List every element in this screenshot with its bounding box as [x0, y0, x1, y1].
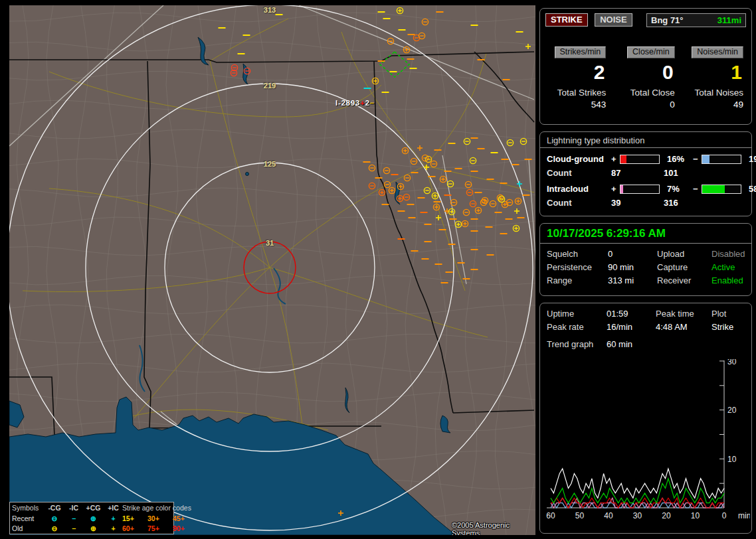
ring-label-313: 313 [264, 6, 276, 14]
x-tick-40: 40 [604, 511, 613, 520]
trend-series-lines [551, 469, 724, 508]
ring-label-31: 31 [266, 239, 274, 247]
cg-plus-pct: 16% [664, 154, 693, 164]
total-close-label: Total Close [616, 88, 674, 98]
trend-window-value: 60 min [607, 339, 751, 349]
trac-dash: − [370, 99, 375, 107]
ic-plus-bar [620, 185, 660, 194]
receiver-status: Enabled [711, 275, 751, 285]
cg-minus-bar [702, 155, 741, 164]
strike-button[interactable]: STRIKE [545, 13, 588, 27]
uptime-value: 01:59 [607, 309, 656, 319]
ring-label-125: 125 [264, 160, 276, 168]
bearing-label: Bng 71° [651, 15, 684, 25]
bearing-display: Bng 71° 311mi [646, 13, 746, 27]
close-per-min-value: 0 [616, 61, 673, 84]
strikes-per-min-value: 2 [548, 61, 605, 84]
map-canvas[interactable]: 313 219 125 31 I-2893+2− Symbols -CG -IC… [9, 5, 535, 535]
cg-minus-pct: 19% [745, 154, 756, 164]
close-per-min-button[interactable]: Close/min [627, 46, 675, 58]
x-tick-10: 10 [691, 511, 700, 520]
cg-minus-count: 101 [664, 168, 745, 178]
bearing-range: 311mi [717, 15, 741, 25]
x-tick-50: 50 [575, 511, 585, 520]
squelch-label: Squelch [547, 249, 608, 259]
cloud-ground-row: Cloud-ground + 16% − 19% [540, 154, 751, 164]
legend-old-label: Old [12, 524, 44, 532]
counters-panel: STRIKE NOISE Bng 71° 311mi Strikes/min 2… [539, 8, 752, 125]
upload-label: Upload [657, 249, 711, 259]
plot-label: Plot [711, 309, 751, 319]
squelch-value: 0 [608, 249, 657, 259]
cg-plus-bar [620, 155, 660, 164]
persistence-label: Persistence [547, 262, 608, 272]
ic-plus-pct: 7% [664, 184, 693, 194]
cg-plus-count: 87 [611, 168, 664, 178]
trac-id: I-2893 [335, 99, 360, 107]
distribution-title: Lightning type distribution [540, 132, 751, 148]
age-45: 45+ [173, 514, 197, 522]
cloud-ground-label: Cloud-ground [547, 154, 611, 164]
receiver-label: Receiver [657, 275, 711, 285]
noises-per-min-button[interactable]: Noises/min [692, 46, 743, 58]
total-strikes-value: 543 [548, 100, 606, 110]
distribution-panel: Lightning type distribution Cloud-ground… [539, 131, 752, 216]
noises-column: Noises/min 1 Total Noises 49 [686, 45, 743, 110]
intracloud-count-row: Count 39 316 [540, 198, 751, 208]
legend-col-neg-cg: -CG [44, 504, 65, 512]
old-pos-cg-icon: ⊕ [82, 524, 104, 532]
intracloud-row: Intracloud + 7% − 58% [540, 184, 751, 194]
age-30: 30+ [147, 514, 173, 522]
legend-col-pos-cg: +CG [82, 504, 104, 512]
map-legend: Symbols -CG -IC +CG +IC Strike age color… [9, 502, 174, 534]
stats-panel: Uptime 01:59 Peak time Plot Peak rate 16… [539, 303, 752, 534]
status-panel: 10/17/2025 6:29:16 AM Squelch 0 Upload D… [539, 223, 752, 296]
age-15: 15+ [122, 514, 147, 522]
trac-cell-label: I-2893+2− [335, 99, 375, 107]
x-tick-60: 60 [546, 511, 555, 520]
range-label: Range [547, 275, 608, 285]
plus-sign: + [611, 184, 620, 194]
total-noises-value: 49 [686, 100, 743, 110]
trend-graph-label: Trend graph [547, 339, 607, 349]
range-value: 313 mi [608, 275, 657, 285]
strikes-column: Strikes/min 2 Total Strikes 543 [548, 45, 606, 110]
capture-status: Active [711, 262, 751, 272]
trac-trend-sign: + [360, 99, 365, 107]
legend-recent-label: Recent [12, 514, 44, 522]
y-ticks [719, 361, 724, 483]
peak-rate-value: 16/min [607, 322, 656, 332]
count-label: Count [547, 198, 611, 208]
count-label: Count [547, 168, 611, 178]
peak-time-value: 4:48 AM [656, 322, 711, 332]
cloud-ground-count-row: Count 87 101 [540, 168, 751, 178]
minus-sign: − [693, 154, 702, 164]
old-pos-ic-icon: + [104, 524, 122, 532]
strikes-per-min-button[interactable]: Strikes/min [555, 46, 607, 58]
peak-rate-label: Peak rate [547, 322, 607, 332]
persistence-value: 90 min [608, 262, 657, 272]
noise-button[interactable]: NOISE [595, 13, 632, 27]
ic-minus-pct: 58% [745, 184, 756, 194]
total-strikes-label: Total Strikes [548, 88, 606, 98]
close-column: Close/min 0 Total Close 0 [616, 45, 674, 110]
total-noises-label: Total Noises [686, 88, 743, 98]
plot-mode-value: Strike [711, 322, 751, 332]
capture-label: Capture [657, 262, 711, 272]
ic-minus-bar [702, 185, 741, 194]
x-tick-20: 20 [662, 511, 671, 520]
app-window: { "toolbar": { "strike": "STRIKE", "nois… [0, 0, 756, 539]
old-neg-ic-icon: − [65, 524, 82, 532]
trend-graph: 30 20 10 60 50 40 30 20 10 0 min [544, 359, 750, 530]
plus-sign: + [611, 154, 620, 164]
y-tick-20: 20 [727, 406, 737, 415]
total-close-value: 0 [616, 100, 674, 110]
copyright-text: ©2005 Astrogenic Systems [452, 521, 535, 535]
age-60: 60+ [122, 524, 147, 532]
peak-time-label: Peak time [656, 309, 711, 319]
legend-col-pos-ic: +IC [104, 504, 122, 512]
legend-col-neg-ic: -IC [65, 504, 82, 512]
datetime-display: 10/17/2025 6:29:16 AM [540, 224, 751, 244]
ic-plus-count: 39 [611, 198, 664, 208]
ic-minus-count: 316 [664, 198, 745, 208]
